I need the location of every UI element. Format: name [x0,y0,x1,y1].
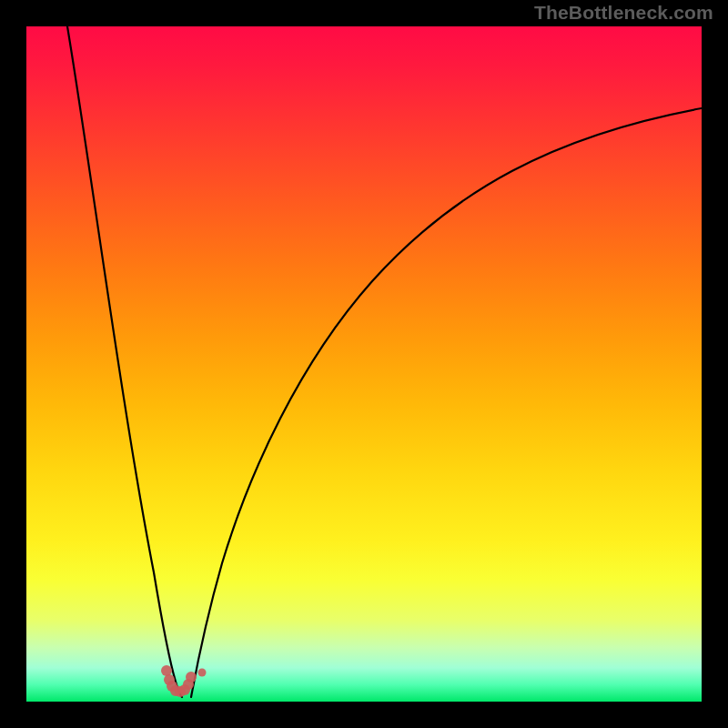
marker-cluster [161,665,207,697]
curves-layer [26,26,702,702]
watermark-label: TheBottleneck.com [534,2,713,24]
svg-point-7 [186,672,197,682]
svg-point-8 [198,669,207,677]
chart-frame: TheBottleneck.com [0,0,728,728]
curve-right [191,108,702,697]
plot-area [26,26,702,702]
curve-left [67,26,182,697]
